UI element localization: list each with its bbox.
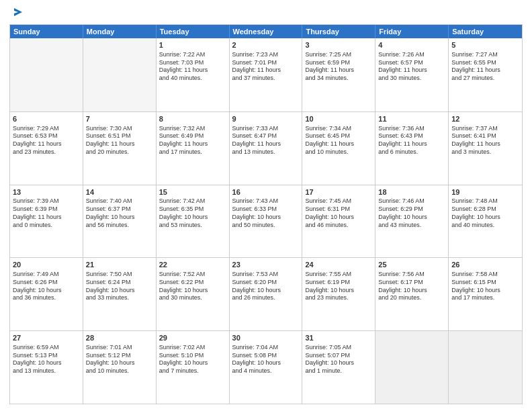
cell-line: and 40 minutes. [451, 222, 519, 230]
cell-line: Daylight: 11 hours [305, 140, 372, 148]
cell-line: and 46 minutes. [305, 222, 372, 230]
cell-line: Sunrise: 7:37 AM [451, 125, 519, 133]
header [9, 7, 523, 20]
calendar: SundayMondayTuesdayWednesdayThursdayFrid… [9, 24, 523, 404]
day-number: 6 [13, 114, 80, 124]
calendar-cell: 6Sunrise: 7:29 AMSunset: 6:53 PMDaylight… [10, 112, 83, 185]
calendar-cell: 29Sunrise: 7:02 AMSunset: 5:10 PMDayligh… [157, 331, 230, 404]
day-number: 10 [305, 114, 372, 124]
cell-line: and 37 minutes. [232, 75, 300, 83]
day-number: 14 [86, 187, 153, 197]
cell-line: and 20 minutes. [86, 148, 153, 156]
calendar-cell: 23Sunrise: 7:53 AMSunset: 6:20 PMDayligh… [230, 258, 303, 330]
cell-line: Sunrise: 7:04 AM [232, 344, 300, 352]
svg-marker-0 [14, 8, 22, 16]
cell-line: Sunrise: 7:42 AM [159, 197, 226, 205]
cell-line: and 13 minutes. [13, 367, 80, 375]
cell-line: Daylight: 11 hours [13, 140, 80, 148]
calendar-header-day: Thursday [302, 25, 375, 38]
cell-line: Daylight: 10 hours [451, 214, 519, 222]
cell-line: Sunset: 6:33 PM [232, 205, 300, 214]
cell-line: Sunrise: 7:26 AM [378, 51, 445, 59]
cell-line: and 33 minutes. [86, 294, 153, 302]
cell-line: Sunset: 6:43 PM [378, 132, 445, 140]
cell-line: Sunrise: 7:23 AM [232, 51, 300, 59]
cell-line: Sunrise: 7:58 AM [451, 271, 519, 279]
cell-line: Daylight: 11 hours [451, 140, 519, 148]
cell-line: Sunrise: 7:25 AM [305, 51, 372, 59]
cell-line: Sunrise: 7:36 AM [378, 125, 445, 133]
calendar-cell: 26Sunrise: 7:58 AMSunset: 6:15 PMDayligh… [449, 258, 522, 330]
cell-line: and 50 minutes. [232, 222, 300, 230]
cell-line: Sunset: 6:17 PM [378, 279, 445, 287]
cell-line: Sunrise: 7:50 AM [86, 271, 153, 279]
calendar-cell: 10Sunrise: 7:34 AMSunset: 6:45 PMDayligh… [302, 112, 375, 185]
cell-line: Sunrise: 7:30 AM [86, 125, 153, 133]
calendar-cell: 30Sunrise: 7:04 AMSunset: 5:08 PMDayligh… [230, 331, 303, 404]
cell-line: Daylight: 10 hours [305, 214, 372, 222]
day-number: 24 [305, 260, 372, 270]
cell-line: Sunset: 6:45 PM [305, 132, 372, 140]
cell-line: and 3 minutes. [451, 148, 519, 156]
cell-line: Daylight: 11 hours [232, 66, 300, 75]
cell-line: Sunset: 6:51 PM [86, 132, 153, 140]
cell-line: Sunrise: 7:43 AM [232, 197, 300, 205]
cell-line: and 1 minute. [305, 367, 372, 375]
day-number: 1 [159, 40, 226, 50]
day-number: 5 [451, 40, 519, 50]
cell-line: Sunrise: 7:39 AM [13, 197, 80, 205]
cell-line: and 4 minutes. [232, 367, 300, 375]
cell-line: and 0 minutes. [13, 222, 80, 230]
cell-line: Sunrise: 7:29 AM [13, 125, 80, 133]
calendar-header-day: Wednesday [230, 25, 303, 38]
calendar-cell [83, 38, 157, 111]
cell-line: Sunset: 6:35 PM [159, 205, 226, 214]
cell-line: Daylight: 11 hours [378, 140, 445, 148]
day-number: 27 [13, 333, 80, 343]
calendar-cell: 15Sunrise: 7:42 AMSunset: 6:35 PMDayligh… [157, 185, 230, 258]
cell-line: and 27 minutes. [451, 75, 519, 83]
cell-line: Daylight: 10 hours [451, 287, 519, 295]
cell-line: Daylight: 11 hours [159, 66, 226, 75]
calendar-row: 13Sunrise: 7:39 AMSunset: 6:39 PMDayligh… [10, 185, 522, 258]
cell-line: Sunset: 6:15 PM [451, 279, 519, 287]
calendar-header: SundayMondayTuesdayWednesdayThursdayFrid… [10, 25, 522, 38]
cell-line: Sunset: 6:59 PM [305, 59, 372, 67]
cell-line: Sunrise: 7:53 AM [232, 271, 300, 279]
calendar-cell: 25Sunrise: 7:56 AMSunset: 6:17 PMDayligh… [375, 258, 449, 330]
cell-line: Sunrise: 7:48 AM [451, 197, 519, 205]
day-number: 22 [159, 260, 226, 270]
day-number: 30 [232, 333, 300, 343]
day-number: 19 [451, 187, 519, 197]
calendar-cell: 1Sunrise: 7:22 AMSunset: 7:03 PMDaylight… [157, 38, 230, 111]
cell-line: Sunset: 6:49 PM [159, 132, 226, 140]
calendar-row: 6Sunrise: 7:29 AMSunset: 6:53 PMDaylight… [10, 111, 522, 185]
cell-line: Daylight: 11 hours [86, 140, 153, 148]
cell-line: Daylight: 10 hours [159, 359, 226, 367]
cell-line: Sunrise: 7:52 AM [159, 271, 226, 279]
cell-line: Sunset: 5:10 PM [159, 352, 226, 360]
cell-line: and 26 minutes. [232, 294, 300, 302]
cell-line: Sunset: 6:37 PM [86, 205, 153, 214]
cell-line: Sunset: 6:39 PM [13, 205, 80, 214]
cell-line: Daylight: 10 hours [86, 359, 153, 367]
cell-line: Sunset: 6:53 PM [13, 132, 80, 140]
cell-line: Daylight: 11 hours [232, 140, 300, 148]
cell-line: Sunset: 6:20 PM [232, 279, 300, 287]
cell-line: Daylight: 10 hours [378, 214, 445, 222]
calendar-cell [375, 331, 449, 404]
calendar-cell: 2Sunrise: 7:23 AMSunset: 7:01 PMDaylight… [230, 38, 303, 111]
cell-line: Sunrise: 7:56 AM [378, 271, 445, 279]
day-number: 15 [159, 187, 226, 197]
day-number: 11 [378, 114, 445, 124]
calendar-header-day: Tuesday [157, 25, 230, 38]
cell-line: Sunrise: 7:46 AM [378, 197, 445, 205]
day-number: 12 [451, 114, 519, 124]
day-number: 13 [13, 187, 80, 197]
cell-line: Sunrise: 6:59 AM [13, 344, 80, 352]
day-number: 7 [86, 114, 153, 124]
cell-line: Sunrise: 7:01 AM [86, 344, 153, 352]
calendar-cell [10, 38, 83, 111]
cell-line: Sunset: 6:26 PM [13, 279, 80, 287]
cell-line: and 17 minutes. [159, 148, 226, 156]
